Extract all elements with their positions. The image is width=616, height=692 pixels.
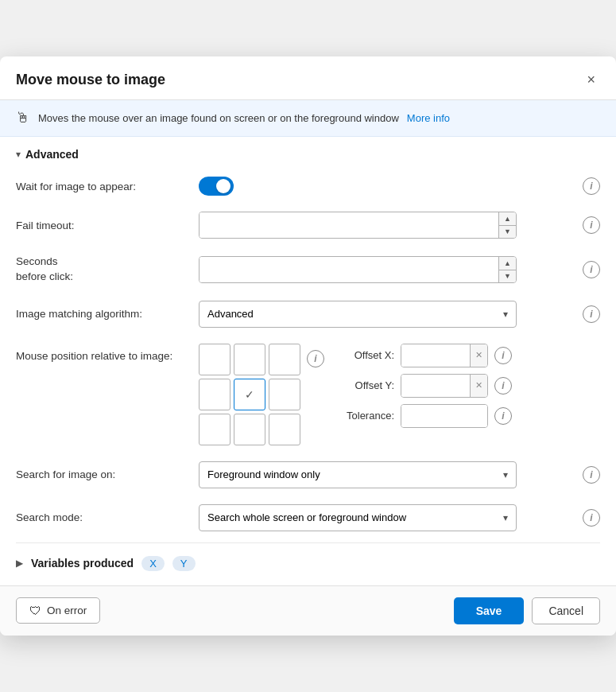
image-matching-label: Image matching algorithm:	[16, 308, 191, 320]
toggle-thumb	[216, 179, 231, 193]
offset-y-info[interactable]: i	[494, 377, 512, 395]
seconds-before-click-spinner: 0 ▲ ▼	[199, 256, 517, 283]
fail-timeout-row: Fail timeout: 30 ▲ ▼ i	[16, 204, 600, 247]
seconds-before-click-row: Seconds before click: 0 ▲ ▼ i	[16, 247, 600, 293]
footer-actions: Save Cancel	[454, 597, 600, 624]
image-matching-info[interactable]: i	[583, 305, 600, 323]
dialog-body: ▾ Advanced Wait for image to appear: i F…	[0, 137, 616, 585]
offset-x-input-wrap: 0 ✕	[401, 344, 488, 367]
offset-y-input[interactable]: 0	[401, 375, 470, 397]
offset-y-row: Offset Y: 0 ✕ i	[339, 374, 512, 398]
dialog-footer: 🛡 On error Save Cancel	[0, 585, 616, 636]
fail-timeout-control: 30 ▲ ▼	[199, 212, 575, 239]
info-banner-text: Moves the mouse over an image found on s…	[38, 112, 399, 124]
search-for-image-label: Search for image on:	[16, 468, 191, 480]
image-matching-value: Advanced	[207, 308, 254, 320]
position-cell-mr[interactable]	[269, 379, 300, 410]
more-info-link[interactable]: More info	[407, 112, 450, 124]
seconds-before-click-up[interactable]: ▲	[499, 257, 516, 270]
offset-y-clear[interactable]: ✕	[470, 375, 487, 397]
mouse-position-control: ✓ i Offset X: 0 ✕	[199, 344, 600, 445]
search-mode-info[interactable]: i	[583, 509, 600, 527]
wait-for-image-info[interactable]: i	[583, 177, 600, 195]
search-mode-label: Search mode:	[16, 511, 191, 523]
info-banner: 🖱 Moves the mouse over an image found on…	[0, 100, 616, 137]
search-for-image-info[interactable]: i	[583, 466, 600, 484]
on-error-button[interactable]: 🛡 On error	[16, 597, 100, 624]
wait-for-image-control	[199, 177, 575, 196]
variable-badge-x: X	[141, 556, 165, 571]
search-mode-row: Search mode: Search whole screen or fore…	[16, 496, 600, 539]
tolerance-input[interactable]: 10	[401, 405, 488, 427]
dialog-title: Move mouse to image	[16, 72, 165, 88]
seconds-before-click-info[interactable]: i	[583, 261, 600, 278]
fail-timeout-label: Fail timeout:	[16, 220, 191, 231]
fail-timeout-spinner: 30 ▲ ▼	[199, 212, 517, 239]
save-button[interactable]: Save	[454, 597, 525, 624]
image-matching-control: Advanced ▾	[199, 301, 575, 328]
section-divider	[16, 542, 600, 543]
offset-x-row: Offset X: 0 ✕ i	[339, 344, 512, 367]
position-cell-tl[interactable]	[199, 344, 231, 375]
chevron-down-icon2: ▾	[503, 469, 508, 480]
seconds-before-click-spinner-buttons: ▲ ▼	[498, 257, 516, 282]
offset-x-label: Offset X:	[339, 349, 394, 361]
search-for-image-control: Foreground window only ▾	[199, 461, 575, 488]
advanced-section-header[interactable]: ▾ Advanced	[16, 137, 600, 169]
variable-badge-y: Y	[172, 556, 196, 571]
seconds-before-click-input[interactable]: 0	[200, 257, 498, 282]
variables-row[interactable]: ▶ Variables produced X Y	[16, 546, 600, 577]
variables-label: Variables produced	[31, 557, 134, 570]
fail-timeout-down[interactable]: ▼	[499, 226, 516, 239]
offset-area: Offset X: 0 ✕ i Offset Y: 0 ✕	[339, 344, 512, 428]
offset-x-info[interactable]: i	[494, 347, 512, 364]
cancel-button[interactable]: Cancel	[532, 597, 600, 624]
tolerance-label: Tolerance:	[339, 410, 394, 422]
position-cell-bl[interactable]	[199, 414, 231, 445]
search-mode-value: Search whole screen or foreground window	[207, 511, 406, 523]
chevron-down-icon3: ▾	[503, 512, 508, 523]
mouse-position-label: Mouse position relative to image:	[16, 344, 191, 362]
fail-timeout-up[interactable]: ▲	[499, 212, 516, 226]
position-cell-bc[interactable]	[234, 414, 265, 445]
position-cell-mc[interactable]: ✓	[234, 379, 265, 410]
advanced-section-label: Advanced	[25, 148, 79, 161]
close-button[interactable]: ×	[582, 71, 600, 88]
image-matching-row: Image matching algorithm: Advanced ▾ i	[16, 293, 600, 336]
position-cell-br[interactable]	[269, 414, 300, 445]
tolerance-info[interactable]: i	[494, 407, 512, 425]
variables-expand-icon: ▶	[16, 558, 23, 569]
wait-for-image-toggle[interactable]	[199, 177, 234, 196]
offset-x-clear[interactable]: ✕	[470, 344, 487, 367]
search-for-image-value: Foreground window only	[207, 468, 320, 480]
mouse-position-section: ✓ i Offset X: 0 ✕	[199, 344, 512, 445]
offset-x-input[interactable]: 0	[401, 344, 470, 367]
tolerance-row: Tolerance: 10 ▲ ▼ i	[339, 404, 512, 428]
search-mode-control: Search whole screen or foreground window…	[199, 504, 575, 531]
position-grid-info[interactable]: i	[307, 350, 324, 367]
seconds-before-click-label: Seconds before click:	[16, 255, 191, 285]
fail-timeout-input[interactable]: 30	[200, 212, 498, 238]
image-matching-dropdown[interactable]: Advanced ▾	[199, 301, 517, 328]
position-cell-tr[interactable]	[269, 344, 300, 375]
dialog-container: Move mouse to image × 🖱 Moves the mouse …	[0, 56, 616, 636]
offset-y-label: Offset Y:	[339, 379, 394, 391]
search-mode-dropdown[interactable]: Search whole screen or foreground window…	[199, 504, 517, 531]
wait-for-image-label: Wait for image to appear:	[16, 181, 191, 192]
seconds-before-click-down[interactable]: ▼	[499, 270, 516, 283]
search-for-image-dropdown[interactable]: Foreground window only ▾	[199, 461, 517, 488]
collapse-icon: ▾	[16, 149, 21, 160]
position-cell-ml[interactable]	[199, 379, 231, 410]
mouse-icon: 🖱	[16, 110, 30, 126]
shield-icon: 🛡	[29, 604, 41, 617]
tolerance-spinner: 10 ▲ ▼	[401, 404, 488, 428]
fail-timeout-spinner-buttons: ▲ ▼	[498, 212, 516, 238]
search-for-image-row: Search for image on: Foreground window o…	[16, 453, 600, 496]
position-cell-tc[interactable]	[234, 344, 265, 375]
on-error-label: On error	[47, 605, 87, 616]
seconds-before-click-control: 0 ▲ ▼	[199, 256, 575, 283]
wait-for-image-row: Wait for image to appear: i	[16, 169, 600, 204]
chevron-down-icon: ▾	[503, 309, 508, 320]
dialog-header: Move mouse to image ×	[0, 56, 616, 100]
fail-timeout-info[interactable]: i	[583, 216, 600, 234]
